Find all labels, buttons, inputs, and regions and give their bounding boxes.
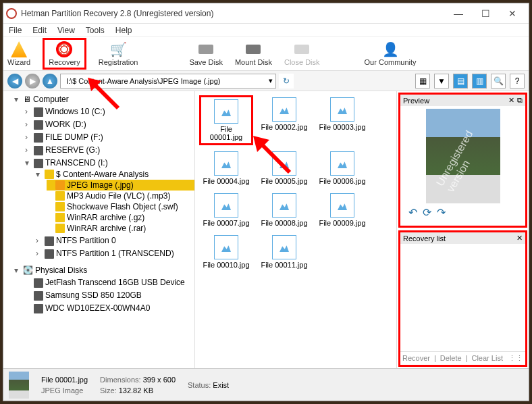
forward-button[interactable]: ▶ xyxy=(25,74,40,89)
tree-drive[interactable]: ›FILE DUMP (F:) xyxy=(25,130,194,143)
close-button[interactable]: ✕ xyxy=(499,4,526,23)
person-icon xyxy=(382,41,398,57)
close-disk-button: Close Disk xyxy=(284,41,320,66)
file-item[interactable]: File 00007.jpg xyxy=(199,191,253,229)
status-thumbnail xyxy=(9,372,29,399)
tree-drive[interactable]: ▾TRANSCEND (I:) xyxy=(25,156,194,169)
dim-value: 399 x 600 xyxy=(143,376,176,384)
file-item[interactable]: File 00011.jpg xyxy=(257,233,311,271)
dim-label: Dimensions: xyxy=(100,376,141,384)
tree-content-aware[interactable]: ▾$ Content-Aware Analysis xyxy=(36,169,194,180)
recovery-list-pane: Recovery list ✕ Recover| Delete| Clear L… xyxy=(398,230,527,367)
up-button[interactable]: ▲ xyxy=(43,74,57,89)
mount-disk-label: Mount Disk xyxy=(235,58,272,66)
tree-drive[interactable]: ›RESERVE (G:) xyxy=(25,143,194,156)
tree-folder[interactable]: Shockwave Flash Object (.swf) xyxy=(47,201,194,212)
image-file-icon xyxy=(214,235,238,259)
menubar: File Edit View Tools Help xyxy=(3,24,529,37)
mount-disk-button[interactable]: Mount Disk xyxy=(235,41,272,66)
toolbar: Wizard Recovery Registration Save Disk M… xyxy=(3,37,529,71)
file-item[interactable]: File 00010.jpg xyxy=(199,233,253,271)
tree-panel[interactable]: ▾🖥 Computer ›Windows 10 (C:) ›WORK (D:) … xyxy=(3,91,195,368)
community-label: Our Community xyxy=(365,58,417,66)
file-item[interactable]: File 00003.jpg xyxy=(315,95,369,145)
tree-folder-jpeg[interactable]: JPEG Image (.jpg) xyxy=(47,180,194,191)
preview-title: Preview xyxy=(403,97,429,105)
recovery-label: Recovery xyxy=(49,58,80,66)
menu-help[interactable]: Help xyxy=(115,26,132,35)
tree-ntfs0[interactable]: ›NTFS Partition 0 xyxy=(36,234,194,247)
view-icons-button[interactable]: ▤ xyxy=(453,74,468,89)
options-icon[interactable]: ⋮⋮ xyxy=(508,354,523,363)
image-file-icon xyxy=(330,97,354,122)
tree-folder[interactable]: MP3 Audio File (VLC) (.mp3) xyxy=(47,191,194,201)
maximize-button[interactable]: ☐ xyxy=(472,4,499,23)
community-button[interactable]: Our Community xyxy=(365,41,417,66)
tree-drive[interactable]: ›WORK (D:) xyxy=(25,118,194,130)
chevron-down-icon[interactable]: ▾ xyxy=(269,76,273,85)
menu-file[interactable]: File xyxy=(9,26,22,35)
filter-button[interactable]: ▼ xyxy=(434,74,449,89)
save-disk-button[interactable]: Save Disk xyxy=(189,41,223,66)
file-item[interactable]: File 00009.jpg xyxy=(315,191,369,229)
image-file-icon xyxy=(272,235,296,259)
tree-phys-disk[interactable]: JetFlash Transcend 16GB USB Device xyxy=(25,276,194,288)
tree-drive[interactable]: ›Windows 10 (C:) xyxy=(25,105,194,118)
search-button[interactable]: 🔍 xyxy=(491,74,506,89)
right-panels: Preview ✕ ⧉ ↶ ⟳ ↷ Recovery list ✕ xyxy=(396,91,529,368)
menu-view[interactable]: View xyxy=(57,26,75,35)
image-file-icon xyxy=(214,193,238,218)
address-bar[interactable]: I:\$ Content-Aware Analysis\JPEG Image (… xyxy=(60,74,276,89)
back-button[interactable]: ◀ xyxy=(7,74,22,89)
preview-header: Preview ✕ ⧉ xyxy=(400,95,525,106)
tree-folder[interactable]: WinRAR archive (.rar) xyxy=(47,223,194,234)
file-item[interactable]: File 00008.jpg xyxy=(257,191,311,229)
tree-computer[interactable]: ▾🖥 Computer xyxy=(14,94,194,105)
file-item[interactable]: File 00004.jpg xyxy=(199,149,253,187)
menu-edit[interactable]: Edit xyxy=(32,26,47,35)
disk-close-icon xyxy=(294,41,310,57)
registration-button[interactable]: Registration xyxy=(99,41,138,66)
size-value: 132.82 KB xyxy=(119,386,153,395)
titlebar: Hetman Partition Recovery 2.8 (Unregiste… xyxy=(3,3,529,24)
preview-pane: Preview ✕ ⧉ ↶ ⟳ ↷ xyxy=(398,93,527,228)
help-button[interactable]: ? xyxy=(510,74,525,89)
preview-close-icon[interactable]: ✕ xyxy=(508,96,514,105)
tree-ntfs1[interactable]: ›NTFS Partition 1 (TRANSCEND) xyxy=(36,247,194,259)
recovery-list-close-icon[interactable]: ✕ xyxy=(516,234,523,243)
preview-popout-icon[interactable]: ⧉ xyxy=(517,96,523,105)
tree-folder[interactable]: WinRAR archive (.gz) xyxy=(47,212,194,223)
tree-phys-disk[interactable]: Samsung SSD 850 120GB xyxy=(25,288,194,301)
view-list-button[interactable]: ▥ xyxy=(472,74,487,89)
clear-list-button[interactable]: Clear List xyxy=(471,354,502,363)
window-title: Hetman Partition Recovery 2.8 (Unregiste… xyxy=(21,9,445,18)
refresh-icon[interactable]: ⟳ xyxy=(423,206,431,219)
image-file-icon xyxy=(272,97,296,122)
statusbar: File 00001.jpg JPEG Image Dimensions: 39… xyxy=(3,368,529,401)
view-square-button[interactable]: ▦ xyxy=(415,74,430,89)
wizard-button[interactable]: Wizard xyxy=(7,41,30,66)
recovery-button[interactable]: Recovery xyxy=(43,38,86,70)
rotate-right-icon[interactable]: ↷ xyxy=(437,206,446,219)
delete-button[interactable]: Delete xyxy=(440,354,462,363)
tree-phys-disk[interactable]: WDC WD10EZEX-00WN4A0 xyxy=(25,301,194,314)
recovery-list-footer: Recover| Delete| Clear List ⋮⋮ xyxy=(400,351,525,365)
lifebuoy-icon xyxy=(56,41,72,57)
tree-physical[interactable]: ▾💽 Physical Disks xyxy=(14,265,194,276)
file-item-selected[interactable]: File 00001.jpg xyxy=(199,95,253,145)
preview-image xyxy=(426,109,500,203)
recover-button[interactable]: Recover xyxy=(402,354,430,363)
wizard-label: Wizard xyxy=(7,58,30,66)
recovery-list-body[interactable] xyxy=(400,244,525,351)
registration-label: Registration xyxy=(99,58,138,66)
image-file-icon xyxy=(272,151,296,176)
wand-icon xyxy=(11,41,27,57)
file-grid[interactable]: File 00001.jpg File 00002.jpg File 00003… xyxy=(195,91,396,368)
menu-tools[interactable]: Tools xyxy=(86,26,105,35)
file-item[interactable]: File 00006.jpg xyxy=(315,149,369,187)
minimize-button[interactable]: — xyxy=(445,4,472,23)
file-item[interactable]: File 00002.jpg xyxy=(257,95,311,145)
refresh-button[interactable]: ↻ xyxy=(279,74,294,89)
rotate-left-icon[interactable]: ↶ xyxy=(408,206,417,219)
file-item[interactable]: File 00005.jpg xyxy=(257,149,311,187)
